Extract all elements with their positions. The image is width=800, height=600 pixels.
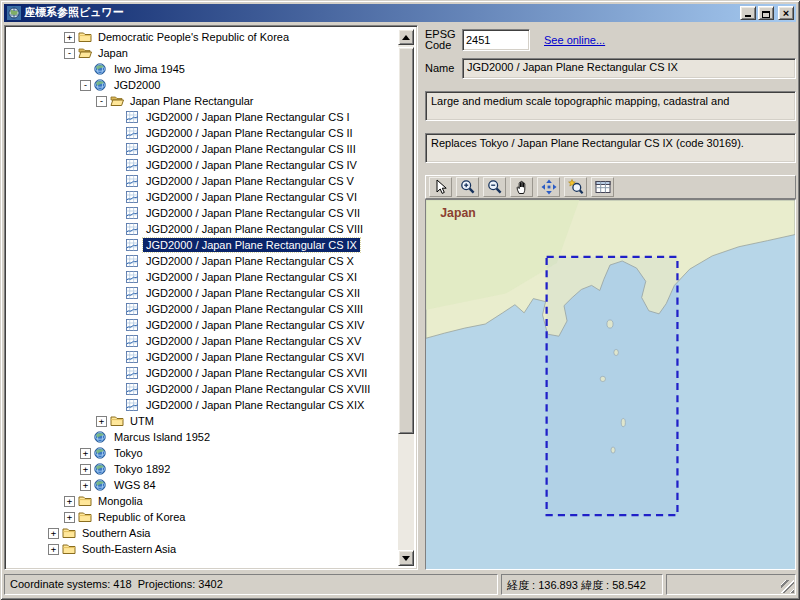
tree-item[interactable]: JGD2000 / Japan Plane Rectangular CS X bbox=[8, 253, 397, 269]
tree-item-label[interactable]: JGD2000 / Japan Plane Rectangular CS XII bbox=[143, 286, 363, 300]
tree-item[interactable]: +Tokyo 1892 bbox=[8, 461, 397, 477]
tree-item[interactable]: JGD2000 / Japan Plane Rectangular CS VII… bbox=[8, 221, 397, 237]
tree-item-label[interactable]: South-Eastern Asia bbox=[79, 542, 179, 556]
maximize-button[interactable] bbox=[758, 6, 774, 20]
tree-item[interactable]: +Tokyo bbox=[8, 445, 397, 461]
tree-item[interactable]: JGD2000 / Japan Plane Rectangular CS XVI… bbox=[8, 365, 397, 381]
tree-item[interactable]: JGD2000 / Japan Plane Rectangular CS XII bbox=[8, 285, 397, 301]
tree-indent bbox=[8, 533, 48, 534]
tree-item[interactable]: JGD2000 / Japan Plane Rectangular CS XIX bbox=[8, 397, 397, 413]
tree-item[interactable]: +UTM bbox=[8, 413, 397, 429]
tree-item-label[interactable]: JGD2000 / Japan Plane Rectangular CS XII… bbox=[143, 302, 366, 316]
tree-item[interactable]: -Japan bbox=[8, 45, 397, 61]
epsg-code-input[interactable] bbox=[462, 29, 530, 51]
map-canvas[interactable]: Japan bbox=[425, 199, 796, 570]
tree-item-label[interactable]: Tokyo bbox=[111, 446, 146, 460]
tree-item[interactable]: JGD2000 / Japan Plane Rectangular CS V bbox=[8, 173, 397, 189]
tree-item[interactable]: +Southern Asia bbox=[8, 525, 397, 541]
tree-item[interactable]: +South-Eastern Asia bbox=[8, 541, 397, 557]
tree-item[interactable]: JGD2000 / Japan Plane Rectangular CS IX bbox=[8, 237, 397, 253]
tree-item[interactable]: JGD2000 / Japan Plane Rectangular CS VII bbox=[8, 205, 397, 221]
tree-item[interactable]: JGD2000 / Japan Plane Rectangular CS XIV bbox=[8, 317, 397, 333]
collapse-minus-icon[interactable]: - bbox=[96, 96, 107, 107]
zoom-out-button[interactable] bbox=[483, 177, 506, 197]
tree-item-label[interactable]: JGD2000 / Japan Plane Rectangular CS V bbox=[143, 174, 357, 188]
expand-plus-icon[interactable]: + bbox=[80, 464, 91, 475]
tree-item-label[interactable]: JGD2000 / Japan Plane Rectangular CS III bbox=[143, 142, 359, 156]
tree-item-label[interactable]: JGD2000 / Japan Plane Rectangular CS XVI bbox=[143, 350, 367, 364]
tree-item-label[interactable]: JGD2000 / Japan Plane Rectangular CS XIV bbox=[143, 318, 367, 332]
expand-plus-icon[interactable]: + bbox=[80, 448, 91, 459]
tree-item-label[interactable]: JGD2000 / Japan Plane Rectangular CS XVI… bbox=[143, 366, 370, 380]
tree-item-label[interactable]: Marcus Island 1952 bbox=[111, 430, 213, 444]
tree-item-label[interactable]: Iwo Jima 1945 bbox=[111, 62, 188, 76]
zoom-in-button[interactable] bbox=[456, 177, 479, 197]
folder-open-icon bbox=[110, 95, 124, 107]
tree-item-label[interactable]: Japan bbox=[95, 46, 131, 60]
tree-item[interactable]: JGD2000 / Japan Plane Rectangular CS XVI… bbox=[8, 381, 397, 397]
tree-item-label[interactable]: JGD2000 / Japan Plane Rectangular CS XV bbox=[143, 334, 364, 348]
tree-item[interactable]: JGD2000 / Japan Plane Rectangular CS VI bbox=[8, 189, 397, 205]
tree-item-label[interactable]: JGD2000 / Japan Plane Rectangular CS X bbox=[143, 254, 357, 268]
minimize-button[interactable] bbox=[740, 6, 756, 20]
close-button[interactable]: × bbox=[778, 6, 794, 20]
tree-item[interactable]: JGD2000 / Japan Plane Rectangular CS II bbox=[8, 125, 397, 141]
expand-plus-icon[interactable]: + bbox=[64, 32, 75, 43]
tree-indent bbox=[8, 101, 96, 102]
tree-item-label[interactable]: JGD2000 / Japan Plane Rectangular CS IX bbox=[143, 238, 360, 252]
tree-indent bbox=[8, 501, 64, 502]
tree-item-label[interactable]: JGD2000 / Japan Plane Rectangular CS XI bbox=[143, 270, 360, 284]
tree-item-label[interactable]: JGD2000 / Japan Plane Rectangular CS XIX bbox=[143, 398, 367, 412]
tree-item[interactable]: -JGD2000 bbox=[8, 77, 397, 93]
expand-plus-icon[interactable]: + bbox=[80, 480, 91, 491]
tree-item[interactable]: -Japan Plane Rectangular bbox=[8, 93, 397, 109]
tree-item-label[interactable]: JGD2000 / Japan Plane Rectangular CS VII… bbox=[143, 222, 366, 236]
tree-item[interactable]: JGD2000 / Japan Plane Rectangular CS III bbox=[8, 141, 397, 157]
tree-item[interactable]: Marcus Island 1952 bbox=[8, 429, 397, 445]
zoom-full-extent-button[interactable] bbox=[537, 177, 560, 197]
tree-item-label[interactable]: Democratic People's Republic of Korea bbox=[95, 30, 292, 44]
tree-item-label[interactable]: Tokyo 1892 bbox=[111, 462, 173, 476]
tree-item-label[interactable]: JGD2000 / Japan Plane Rectangular CS IV bbox=[143, 158, 360, 172]
tree-item[interactable]: JGD2000 / Japan Plane Rectangular CS XVI bbox=[8, 349, 397, 365]
see-online-link[interactable]: See online... bbox=[544, 34, 605, 46]
expand-plus-icon[interactable]: + bbox=[48, 544, 59, 555]
expand-plus-icon[interactable]: + bbox=[64, 512, 75, 523]
tree-item[interactable]: +Republic of Korea bbox=[8, 509, 397, 525]
expand-plus-icon[interactable]: + bbox=[64, 496, 75, 507]
tree-item[interactable]: JGD2000 / Japan Plane Rectangular CS XII… bbox=[8, 301, 397, 317]
scrollbar-thumb[interactable] bbox=[398, 47, 414, 434]
scroll-down-button[interactable] bbox=[398, 550, 414, 566]
tree-item[interactable]: +Mongolia bbox=[8, 493, 397, 509]
tree-item-label[interactable]: JGD2000 / Japan Plane Rectangular CS VII bbox=[143, 206, 363, 220]
tree-item[interactable]: Iwo Jima 1945 bbox=[8, 61, 397, 77]
tree-item-label[interactable]: UTM bbox=[127, 414, 157, 428]
collapse-minus-icon[interactable]: - bbox=[64, 48, 75, 59]
tree-item-label[interactable]: JGD2000 / Japan Plane Rectangular CS I bbox=[143, 110, 353, 124]
tree-item-label[interactable]: JGD2000 / Japan Plane Rectangular CS VI bbox=[143, 190, 360, 204]
expand-plus-icon[interactable]: + bbox=[48, 528, 59, 539]
scroll-up-button[interactable] bbox=[398, 29, 414, 45]
attribute-table-button[interactable] bbox=[591, 177, 614, 197]
tree-item[interactable]: +WGS 84 bbox=[8, 477, 397, 493]
tree-item-label[interactable]: JGD2000 / Japan Plane Rectangular CS II bbox=[143, 126, 356, 140]
select-pointer-button[interactable] bbox=[429, 177, 452, 197]
zoom-to-selection-button[interactable] bbox=[564, 177, 587, 197]
tree-item-label[interactable]: Mongolia bbox=[95, 494, 146, 508]
collapse-minus-icon[interactable]: - bbox=[80, 80, 91, 91]
tree-item[interactable]: JGD2000 / Japan Plane Rectangular CS XV bbox=[8, 333, 397, 349]
expand-plus-icon[interactable]: + bbox=[96, 416, 107, 427]
tree-item-label[interactable]: Japan Plane Rectangular bbox=[127, 94, 257, 108]
tree-item[interactable]: +Democratic People's Republic of Korea bbox=[8, 29, 397, 45]
resize-grip-icon[interactable] bbox=[781, 580, 794, 593]
tree-item-label[interactable]: WGS 84 bbox=[111, 478, 159, 492]
tree-item-label[interactable]: JGD2000 / Japan Plane Rectangular CS XVI… bbox=[143, 382, 373, 396]
tree-item[interactable]: JGD2000 / Japan Plane Rectangular CS IV bbox=[8, 157, 397, 173]
tree-item-label[interactable]: JGD2000 bbox=[111, 78, 163, 92]
tree-item[interactable]: JGD2000 / Japan Plane Rectangular CS I bbox=[8, 109, 397, 125]
tree-item-label[interactable]: Southern Asia bbox=[79, 526, 154, 540]
pan-button[interactable] bbox=[510, 177, 533, 197]
tree-vertical-scrollbar[interactable] bbox=[398, 29, 414, 566]
tree-item[interactable]: JGD2000 / Japan Plane Rectangular CS XI bbox=[8, 269, 397, 285]
tree-item-label[interactable]: Republic of Korea bbox=[95, 510, 188, 524]
